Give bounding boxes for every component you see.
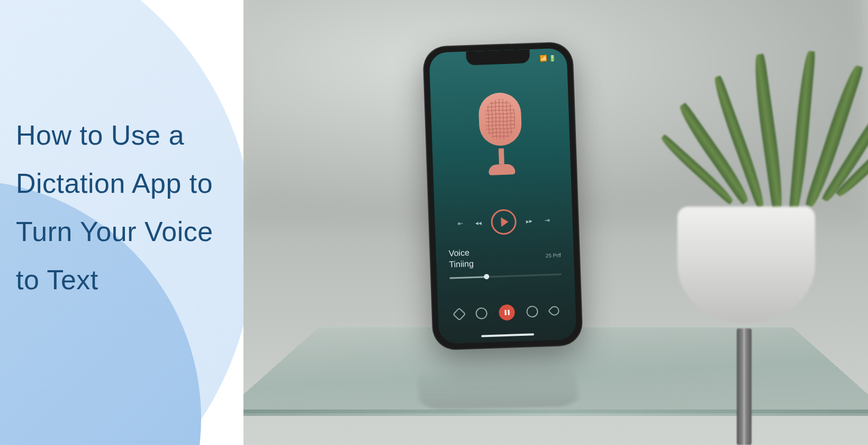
article-title: How to Use a Dictation App to Turn Your …	[0, 0, 243, 304]
track-label-line1: Voice	[448, 247, 473, 259]
play-button-icon	[491, 209, 517, 235]
bottom-nav	[438, 302, 576, 323]
skip-back-icon: ⇤	[455, 218, 466, 229]
phone-screen: 📶 🔋 ⇤ ◂◂ ▸▸ ⇥	[429, 48, 576, 344]
microphone-icon	[470, 92, 531, 179]
mic-head	[478, 92, 522, 147]
phone-body: 📶 🔋 ⇤ ◂◂ ▸▸ ⇥	[423, 42, 582, 349]
progress-fill	[449, 276, 486, 279]
track-label-line2: Tiniing	[449, 259, 474, 270]
play-triangle-icon	[501, 217, 509, 227]
nav-drop-icon	[548, 304, 561, 317]
phone-mockup: 📶 🔋 ⇤ ◂◂ ▸▸ ⇥	[423, 42, 582, 349]
prev-icon: ◂◂	[473, 217, 484, 228]
track-label: Voice Tiniing	[448, 247, 474, 270]
time-label: 25 Prff	[546, 252, 562, 259]
mic-base	[489, 164, 516, 175]
next-icon: ▸▸	[523, 216, 535, 227]
mic-grid	[485, 99, 516, 140]
mic-stand	[499, 148, 504, 164]
skip-forward-icon: ⇥	[541, 215, 553, 226]
left-title-panel: How to Use a Dictation App to Turn Your …	[0, 0, 243, 445]
plant-leaves	[635, 0, 857, 233]
progress-bar	[449, 273, 562, 279]
phone-reflection	[417, 353, 579, 409]
playback-controls: ⇤ ◂◂ ▸▸ ⇥	[435, 207, 573, 237]
hero-image-scene: 📶 🔋 ⇤ ◂◂ ▸▸ ⇥	[243, 0, 868, 445]
nav-diamond-icon	[453, 307, 466, 321]
home-indicator	[481, 333, 534, 337]
phone-notch	[466, 49, 530, 65]
progress-handle-icon	[484, 274, 489, 279]
plant-pot	[677, 207, 815, 323]
record-button-icon	[499, 304, 515, 321]
nav-circle-icon-2	[526, 306, 538, 318]
status-right: 📶 🔋	[540, 55, 556, 62]
table-edge	[243, 410, 868, 416]
table-leg	[737, 328, 752, 445]
nav-circle-icon	[475, 307, 487, 319]
